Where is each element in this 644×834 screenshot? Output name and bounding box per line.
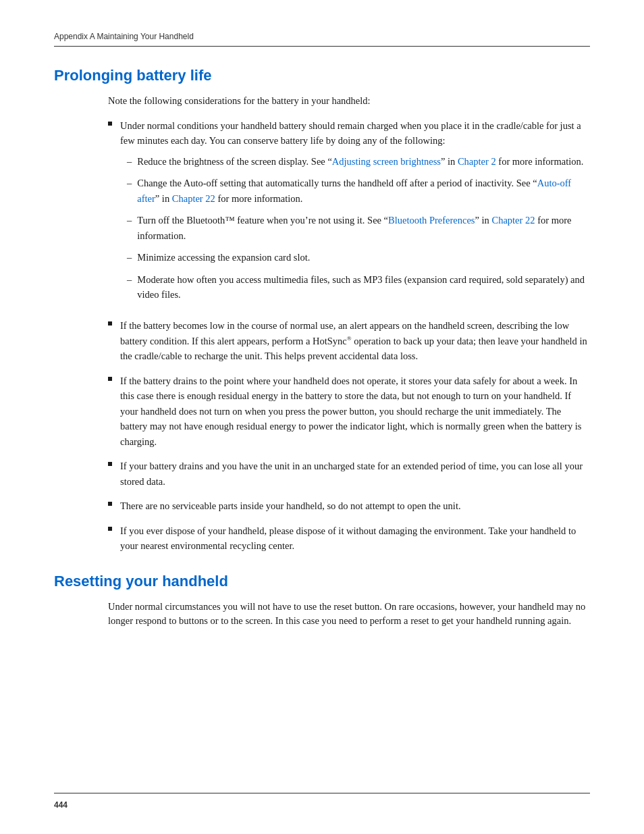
bullet-text: There are no serviceable parts inside yo… [120,498,590,513]
sub-item-text: Reduce the brightness of the screen disp… [137,154,590,169]
list-item: There are no serviceable parts inside yo… [108,498,590,513]
list-item: – Minimize accessing the expansion card … [127,250,590,265]
link-chapter-22b[interactable]: Chapter 22 [491,215,535,226]
bullet-text: If the battery drains to the point where… [120,373,590,449]
page-container: Appendix A Maintaining Your Handheld Pro… [0,0,644,834]
list-item: Under normal conditions your handheld ba… [108,118,590,309]
sub-list: – Reduce the brightness of the screen di… [127,154,590,303]
link-bluetooth-prefs[interactable]: Bluetooth Preferences [388,215,475,226]
link-chapter-2[interactable]: Chapter 2 [458,156,496,167]
section-resetting: Resetting your handheld Under normal cir… [54,573,590,629]
bullet-icon [108,527,112,531]
bullet-icon [108,122,112,126]
page-number: 444 [54,800,68,810]
page-header: Appendix A Maintaining Your Handheld [54,30,590,47]
bullet-icon [108,377,112,381]
sub-item-text: Minimize accessing the expansion card sl… [137,250,590,265]
dash-icon: – [127,213,132,228]
link-adjusting-brightness[interactable]: Adjusting screen brightness [332,156,441,167]
bullet-text: Under normal conditions your handheld ba… [120,118,590,309]
section-battery-heading: Prolonging battery life [54,67,590,84]
list-item: If the battery drains to the point where… [108,373,590,449]
dash-icon: – [127,154,132,169]
list-item: – Turn off the Bluetooth™ feature when y… [127,213,590,243]
link-chapter-22a[interactable]: Chapter 22 [172,193,215,204]
header-text: Appendix A Maintaining Your Handheld [54,32,194,41]
bullet-text: If you ever dispose of your handheld, pl… [120,523,590,554]
section-resetting-intro: Under normal circumstances you will not … [108,600,590,629]
bullet-icon [108,321,112,325]
sub-item-text: Change the Auto-off setting that automat… [137,176,590,206]
bullet-icon [108,462,112,466]
bullet-icon [108,502,112,506]
list-item: If your battery drains and you have the … [108,459,590,489]
list-item: – Change the Auto-off setting that autom… [127,176,590,206]
bullet-text: If your battery drains and you have the … [120,459,590,489]
bullet-list-main: Under normal conditions your handheld ba… [108,118,590,554]
sub-item-text: Moderate how often you access multimedia… [137,272,590,303]
dash-icon: – [127,250,132,265]
list-item: – Moderate how often you access multimed… [127,272,590,303]
list-item: If the battery becomes low in the course… [108,318,590,363]
section-battery-intro: Note the following considerations for th… [108,94,590,109]
dash-icon: – [127,176,132,190]
list-item: – Reduce the brightness of the screen di… [127,154,590,169]
sub-item-text: Turn off the Bluetooth™ feature when you… [137,213,590,243]
list-item: If you ever dispose of your handheld, pl… [108,523,590,554]
bullet-text: If the battery becomes low in the course… [120,318,590,363]
section-resetting-heading: Resetting your handheld [54,573,590,590]
section-battery: Prolonging battery life Note the followi… [54,67,590,554]
page-footer: 444 [54,793,590,810]
dash-icon: – [127,272,132,287]
